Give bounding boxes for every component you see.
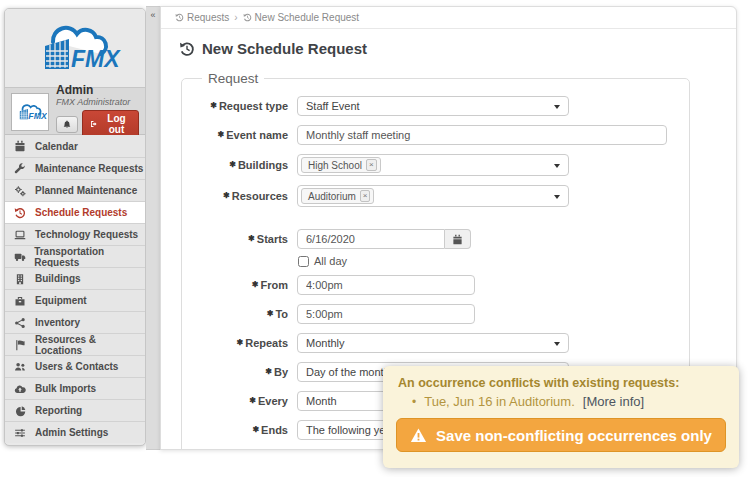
warning-icon [410, 428, 427, 443]
resources-row: ✱Resources Auditorium × [196, 185, 675, 207]
fieldset-legend: Request [202, 71, 264, 86]
logout-icon [90, 119, 98, 129]
sidebar-item-bulk-imports[interactable]: Bulk Imports [5, 377, 145, 399]
sidebar-item-reporting[interactable]: Reporting [5, 399, 145, 421]
chevron-down-icon [554, 105, 560, 109]
gears-icon [13, 185, 27, 197]
all-day-checkbox[interactable] [298, 256, 309, 267]
sidebar-item-transportation-requests[interactable]: Transportation Requests [5, 245, 145, 267]
required-icon: ✱ [248, 234, 255, 243]
bell-icon [62, 119, 72, 130]
fmx-logo: FMX [5, 9, 145, 87]
required-icon: ✱ [267, 309, 274, 318]
resource-tag: Auditorium × [301, 188, 374, 204]
required-icon: ✱ [252, 425, 259, 434]
breadcrumb: Requests › New Schedule Request [161, 7, 736, 29]
required-icon: ✱ [218, 130, 225, 139]
history-icon [175, 13, 184, 22]
all-day-row: All day [196, 255, 675, 267]
resources-select[interactable]: Auditorium × [297, 185, 569, 207]
conflict-occurrence-item: • Tue, Jun 16 in Auditorium. [More info] [412, 394, 726, 409]
sidebar-item-admin-settings[interactable]: Admin Settings [5, 421, 145, 443]
truck-icon [13, 251, 26, 263]
repeats-label: Repeats [245, 337, 288, 349]
starts-date-input[interactable] [297, 229, 445, 249]
user-role: FMX Administrator [56, 97, 139, 107]
wrench-icon [13, 163, 27, 175]
breadcrumb-requests[interactable]: Requests [175, 12, 229, 23]
sidebar-item-planned-maintenance[interactable]: Planned Maintenance [5, 179, 145, 201]
more-info-link[interactable]: [More info] [583, 394, 644, 409]
calendar-icon [13, 140, 27, 152]
user-panel: FMX Admin FMX Administrator Log [5, 87, 145, 135]
breadcrumb-current: New Schedule Request [243, 12, 360, 23]
sidebar-collapse-handle[interactable]: « [146, 6, 161, 450]
required-icon: ✱ [223, 191, 230, 200]
by-label: By [274, 366, 288, 378]
bullet-icon: • [412, 395, 416, 409]
buildings-select[interactable]: High School × [297, 154, 569, 176]
fmx-logo-icon: FMX [25, 16, 125, 80]
notifications-button[interactable] [56, 116, 78, 133]
calendar-icon [452, 234, 463, 245]
required-icon: ✱ [249, 396, 256, 405]
laptop-icon [13, 229, 27, 241]
event-name-label: Event name [226, 129, 288, 141]
every-label: Every [258, 395, 288, 407]
sliders-icon [13, 427, 27, 439]
event-name-row: ✱Event name [196, 125, 675, 145]
history-icon [13, 207, 27, 219]
sidebar-item-maintenance-requests[interactable]: Maintenance Requests [5, 157, 145, 179]
sidebar: FMX FMX Admin FMX Administrator [4, 8, 146, 446]
user-name: Admin [56, 84, 139, 96]
starts-label: Starts [257, 233, 288, 245]
save-non-conflicting-button[interactable]: Save non-conflicting occurrences only [396, 418, 726, 452]
required-icon: ✱ [229, 160, 236, 169]
required-icon: ✱ [237, 338, 244, 347]
page-title: New Schedule Request [179, 40, 718, 57]
sidebar-item-inventory[interactable]: Inventory [5, 311, 145, 333]
sidebar-item-calendar[interactable]: Calendar [5, 135, 145, 157]
cloud-upload-icon [13, 383, 27, 395]
resources-label: Resources [232, 190, 288, 202]
starts-row: ✱Starts [196, 229, 675, 249]
building-icon [13, 273, 27, 285]
chevron-down-icon [554, 342, 560, 346]
to-label: To [275, 308, 288, 320]
sidebar-item-equipment[interactable]: Equipment [5, 289, 145, 311]
from-time-input[interactable] [297, 275, 475, 295]
request-type-select[interactable]: Staff Event [297, 96, 569, 116]
repeats-row: ✱Repeats Monthly [196, 333, 675, 353]
from-row: ✱From [196, 275, 675, 295]
history-icon [179, 41, 195, 57]
to-time-input[interactable] [297, 304, 475, 324]
sidebar-item-resources-locations[interactable]: Resources & Locations [5, 333, 145, 355]
sidebar-item-technology-requests[interactable]: Technology Requests [5, 223, 145, 245]
chevron-down-icon [554, 195, 560, 199]
sidebar-item-users-contacts[interactable]: Users & Contacts [5, 355, 145, 377]
from-label: From [261, 279, 289, 291]
sidebar-menu: Calendar Maintenance Requests Planned Ma… [5, 135, 145, 443]
request-type-row: ✱Request type Staff Event [196, 96, 675, 116]
svg-text:FMX: FMX [28, 111, 47, 121]
event-name-input[interactable] [297, 125, 667, 145]
logout-button[interactable]: Log out [82, 110, 139, 138]
avatar: FMX [11, 93, 49, 131]
fmx-avatar-icon: FMX [13, 100, 47, 124]
toolbox-icon [13, 295, 27, 307]
conflict-popover: An occurrence conflicts with existing re… [383, 366, 739, 468]
chevron-down-icon [554, 164, 560, 168]
svg-text:FMX: FMX [71, 46, 121, 72]
date-picker-button[interactable] [445, 229, 471, 249]
remove-tag-button[interactable]: × [360, 190, 371, 202]
collapse-icon: « [150, 10, 155, 20]
buildings-label: Buildings [238, 159, 288, 171]
history-icon [243, 13, 252, 22]
all-day-label: All day [314, 255, 347, 267]
sidebar-item-buildings[interactable]: Buildings [5, 267, 145, 289]
required-icon: ✱ [252, 280, 259, 289]
remove-tag-button[interactable]: × [366, 159, 377, 171]
repeats-select[interactable]: Monthly [297, 333, 569, 353]
sidebar-item-schedule-requests[interactable]: Schedule Requests [5, 201, 145, 223]
flag-icon [13, 339, 27, 351]
